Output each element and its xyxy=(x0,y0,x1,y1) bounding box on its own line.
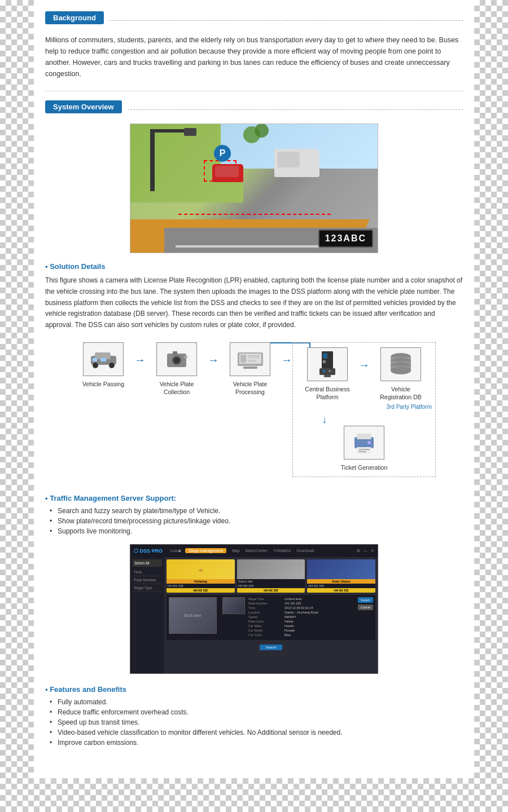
dss-cancel-button[interactable]: Cancel xyxy=(358,604,373,610)
flow-label-plate-processing: Vehicle PlateProcessing xyxy=(233,381,268,396)
flow-item-vehicle-passing: Vehicle Passing xyxy=(72,342,134,389)
flow-top-row: Vehicle Passing → Veh xyxy=(45,342,463,477)
dss-minimize-icon[interactable]: — xyxy=(364,549,367,553)
svg-rect-21 xyxy=(323,370,325,372)
svg-rect-19 xyxy=(323,360,326,363)
background-section: Background Millions of commuters, studen… xyxy=(45,11,463,80)
dss-field-illegal-type: Illegal Type Limited area xyxy=(248,597,352,601)
flow-label-vehicle-passing: Vehicle Passing xyxy=(82,381,124,389)
dss-sidebar-plate[interactable]: Plate Number xyxy=(133,576,162,584)
dss-window-controls: ⊞ — ✕ xyxy=(357,549,374,553)
dss-card-1-image: 🚗 xyxy=(167,559,235,579)
dss-select-all[interactable]: Select All xyxy=(133,559,162,567)
svg-point-3 xyxy=(109,363,115,368)
dss-tvwall-nav: TVWallGo xyxy=(273,549,291,553)
dss-map-nav: Map xyxy=(232,549,240,553)
third-party-label: 3rd Party Platform xyxy=(386,404,432,410)
traffic-management-title: • Traffic Management Server Support: xyxy=(45,494,463,502)
dss-card-3-plate: HH NX 335 xyxy=(307,588,375,593)
overview-image: P 123ABC xyxy=(130,123,378,253)
svg-rect-18 xyxy=(323,353,327,359)
dss-action-buttons: Export Cancel xyxy=(358,597,373,638)
dss-card-3[interactable]: Enter Status HH NX 335 HH NX 335 xyxy=(307,559,375,593)
flow-arrow-3: → xyxy=(281,342,292,367)
dss-export-button[interactable]: Export xyxy=(358,597,373,603)
road-scene: P 123ABC xyxy=(130,123,378,253)
dss-close-icon[interactable]: ✕ xyxy=(371,549,374,553)
third-party-label-container: 3rd Party Platform xyxy=(296,402,432,411)
feature-bullet-4: Video-based vehicle classification to mo… xyxy=(50,729,463,736)
traffic-bullet-list: Search and fuzzy search by plate/time/ty… xyxy=(45,507,463,535)
feature-bullet-3: Speed up bus transit times. xyxy=(50,718,463,726)
dss-field-car-color: Car Color Blue xyxy=(248,633,352,637)
flow-arrow-4: → xyxy=(358,347,370,372)
flow-label-plate-collection: Vehicle PlateCollection xyxy=(160,381,194,396)
dss-logo: ⬡ DSS PRO xyxy=(134,548,163,554)
dss-active-tab: Stage management xyxy=(185,548,226,553)
dss-sidebar-time[interactable]: Time xyxy=(133,568,162,576)
flow-icon-ticket-printer xyxy=(344,426,384,460)
svg-rect-34 xyxy=(358,449,370,450)
dss-alarm-nav: AlarmCenter xyxy=(246,549,268,553)
dss-download-nav: Download xyxy=(297,549,314,553)
flow-label-registration-db: VehicleRegistration DB xyxy=(380,386,422,401)
dss-sidebar-illegal-type[interactable]: Illegal Type xyxy=(133,584,162,592)
dss-main-content: Select All Time Plate Number Illegal Typ… xyxy=(130,557,378,673)
system-overview-badge: System Overview xyxy=(45,100,122,113)
background-header-line xyxy=(110,20,463,21)
dss-live-label: Live⯅ xyxy=(170,549,182,553)
dss-field-speed: Speed 64KM/H xyxy=(248,615,352,619)
flow-item-central-platform: Central BusinessPlatform xyxy=(296,347,358,401)
dashed-platform-inner: Central BusinessPlatform → xyxy=(296,347,432,401)
flow-item-plate-processing: Vehicle PlateProcessing xyxy=(219,342,281,396)
dss-card-1-plate: HH NX 335 xyxy=(167,588,235,593)
dss-card-3-status: Enter Status xyxy=(307,579,375,584)
svg-rect-15 xyxy=(248,360,256,362)
divider-1 xyxy=(45,91,463,91)
dss-search-button[interactable]: Search xyxy=(260,645,282,650)
svg-rect-35 xyxy=(358,451,366,452)
dss-card-1-id: HH NX 335 xyxy=(167,584,235,588)
dss-card-2-info: Status info xyxy=(237,579,305,584)
flow-item-ticket-generation: Ticket Generation xyxy=(333,426,395,472)
traffic-management-section: • Traffic Management Server Support: Sea… xyxy=(45,494,463,535)
system-overview-section: System Overview xyxy=(45,100,463,747)
svg-rect-10 xyxy=(184,356,187,358)
dss-card-2-id: HH NX 335 xyxy=(237,584,305,588)
dss-search-button-row: Search xyxy=(167,642,375,650)
svg-point-22 xyxy=(329,370,331,372)
svg-rect-20 xyxy=(319,368,335,375)
flow-icon-car xyxy=(83,342,124,376)
feature-bullet-1: Fully automated. xyxy=(50,698,463,706)
flow-item-plate-collection: Vehicle PlateCollection xyxy=(146,342,208,396)
dss-cards-row: 🚗 Violating HH NX 335 HH NX 335 Status i… xyxy=(167,559,375,593)
dss-card-1-status: Violating xyxy=(167,579,235,584)
svg-rect-16 xyxy=(243,367,257,369)
plate-display: 123ABC xyxy=(325,233,366,243)
dss-field-plate-color: Plate Color Yellow xyxy=(248,620,352,623)
dss-card-3-image xyxy=(307,559,375,579)
dss-field-plate-number: Plate Number 141 NX 333 xyxy=(248,602,352,605)
dss-screenshot: ⬡ DSS PRO Live⯅ Stage management Map Ala… xyxy=(130,544,378,674)
dss-card-3-id: HH NX 335 xyxy=(307,584,375,588)
svg-point-2 xyxy=(93,363,98,368)
flow-item-registration-db: VehicleRegistration DB xyxy=(370,347,432,401)
flow-arrow-2: → xyxy=(208,342,219,367)
traffic-bullet-2: Show plate/record time/processing pictur… xyxy=(50,517,463,525)
flow-diagram-container: Vehicle Passing → Veh xyxy=(45,342,463,477)
dss-field-car-model: Car Model Female xyxy=(248,629,352,632)
traffic-bullet-3: Supports live monitoring. xyxy=(50,527,463,535)
dss-card-2[interactable]: Status info HH NX 335 HH NX 335 xyxy=(237,559,305,593)
dss-detail-panel: BUS lane Illegal Type Limited area Plate… xyxy=(167,595,375,640)
svg-rect-9 xyxy=(173,351,177,355)
svg-point-30 xyxy=(391,367,411,374)
svg-rect-23 xyxy=(324,375,331,377)
dss-card-1[interactable]: 🚗 Violating HH NX 335 HH NX 335 xyxy=(167,559,235,593)
traffic-bullet-1: Search and fuzzy search by plate/time/ty… xyxy=(50,507,463,515)
flow-arrow-1: → xyxy=(134,342,146,367)
flow-icon-central-platform xyxy=(307,347,348,381)
dss-copy-icon[interactable]: ⊞ xyxy=(357,549,360,553)
system-overview-header-line xyxy=(128,109,463,110)
svg-rect-14 xyxy=(248,355,260,358)
dss-sidebar: Select All Time Plate Number Illegal Typ… xyxy=(130,557,164,673)
